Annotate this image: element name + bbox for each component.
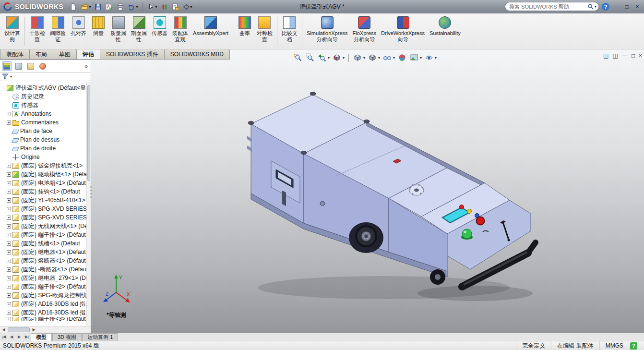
ribbon-button[interactable]: 装配体 直观 [170,15,191,48]
tree-item[interactable]: (固定) 线槽<1> (Défaut [0,239,86,248]
tree-item[interactable]: Origine [0,153,86,161]
tree-item[interactable]: (固定) SPG-欧姆龙控制线<1> [0,291,86,300]
help-button[interactable]: ? [602,3,609,11]
view-settings-button[interactable] [424,52,434,63]
expand-toggle-icon[interactable] [7,164,11,168]
scroll-right-arrow[interactable]: ▶ [30,327,37,332]
next-tab-button[interactable]: ▶ [15,333,23,341]
document-restore-button[interactable]: □ [632,52,635,60]
scrollbar-thumb[interactable] [8,327,30,332]
expand-toggle-icon[interactable] [7,207,11,211]
tree-item[interactable]: 潜伏牵引式AGV (Défaut<显示状态-1>) [0,84,86,92]
scrollbar-thumb[interactable] [87,85,90,181]
print-button[interactable] [115,1,125,12]
ribbon-button[interactable]: 剖面属 性 [129,15,149,48]
chevron-down-icon[interactable]: ▾ [10,74,12,79]
tree-item[interactable]: (固定) 挂钩<1> (Défaut [0,187,86,196]
chevron-down-icon[interactable]: ▾ [393,56,395,60]
expand-toggle-icon[interactable] [7,216,11,220]
tab-configurationmanager[interactable] [26,61,36,71]
pane-left-icon[interactable]: ◫ [603,52,608,60]
scroll-left-arrow[interactable]: ◀ [0,327,7,332]
ribbon-button[interactable]: 对称检 查 [254,15,275,48]
tree-item[interactable]: (固定) 端子排<1> (Défaut [0,230,86,239]
expand-toggle-icon[interactable] [7,293,11,298]
tree-item[interactable]: Plan de face [0,127,86,135]
panel-splitter-handle[interactable] [90,182,92,202]
document-tab[interactable]: 模型 [31,333,52,341]
tree-item[interactable]: (固定) 钣金焊接机壳<1> [0,161,86,170]
document-close-button[interactable]: × [639,52,642,60]
tab-displaymanager[interactable] [38,61,48,71]
chevron-down-icon[interactable]: ▾ [378,56,380,60]
tree-item[interactable]: Annotations [0,109,86,118]
ribbon-button[interactable]: FloXpress 分析向导 [350,15,379,48]
zoom-area-button[interactable] [305,52,315,63]
rebuild-button[interactable] [160,1,169,12]
tab-featuremanager[interactable] [2,61,12,71]
ribbon-button[interactable]: 传感器 [149,15,170,48]
ribbon-button[interactable]: Sustainability [427,15,463,48]
expand-toggle-icon[interactable] [7,311,11,315]
expand-toggle-icon[interactable] [7,285,11,289]
display-style-button[interactable] [367,52,378,63]
tree-item[interactable]: (固定) AD16-30DS led 指示灯<1> [0,300,86,308]
ribbon-button[interactable]: SimulationXpress 分析向导 [304,15,350,48]
ribbon-button[interactable]: 质量属 性 [108,15,129,48]
ribbon-button[interactable] [233,17,233,46]
chevron-down-icon[interactable]: ▾ [595,4,596,9]
status-help-icon[interactable]: ? [630,342,637,350]
expand-toggle-icon[interactable] [7,224,11,229]
help-search-box[interactable]: ▾ [505,2,599,11]
open-button[interactable]: ▾ [79,1,92,12]
ribbon-button[interactable]: DriveWorksXpress 向导 [379,15,427,48]
tree-item[interactable]: (固定) SPG-XVD SERIES [0,205,86,213]
ribbon-button[interactable]: 干涉检 查 [27,15,48,48]
file-properties-button[interactable] [170,1,180,12]
expand-toggle-icon[interactable] [7,276,11,280]
tree-filter-bar[interactable]: ▾ [0,72,91,81]
tree-item[interactable]: 历史记录 [0,92,86,101]
tree-item[interactable]: (固定) 继电器<1> (Défaut [0,248,86,256]
tree-item[interactable]: (固定) YL-4055B-410<1> [0,196,86,205]
tree-horizontal-scrollbar[interactable]: ◀ ▶ [0,326,91,333]
save-button[interactable] [93,1,103,12]
maximize-button[interactable]: □ [623,2,631,11]
expand-toggle-icon[interactable] [7,233,11,237]
zoom-fit-button[interactable] [293,52,303,63]
chevron-down-icon[interactable]: ▾ [328,56,330,60]
tree-item[interactable]: (固定) 端子排<3> (Défaut [0,317,86,321]
commandmanager-tab[interactable]: 装配体 [0,49,30,60]
undo-button[interactable]: ▾ [126,1,139,12]
prev-tab-button[interactable]: ◀ [8,333,15,341]
ribbon-button[interactable]: 设计算 例 [2,15,23,48]
expand-toggle-icon[interactable] [7,267,11,272]
ribbon-button[interactable] [277,17,277,46]
expand-toggle-icon[interactable] [7,259,11,263]
new-document-button[interactable] [68,1,78,12]
commandmanager-tab[interactable]: 草图 [53,49,77,60]
expand-toggle-icon[interactable] [7,302,11,306]
chevron-down-icon[interactable]: ▾ [420,56,422,60]
ribbon-button[interactable]: AssemblyXpert [191,15,231,48]
search-icon[interactable] [587,3,594,10]
document-tab[interactable]: 3D 视图 [52,333,82,341]
close-button[interactable]: × [633,2,641,11]
graphics-viewport[interactable]: ▾ ▾ ▾ ▾ ▾ ▾ ▾ ◫ ◫ — □ × [91,49,644,333]
pane-right-icon[interactable]: ◫ [612,52,618,60]
tree-item[interactable]: Plan de droite [0,144,86,153]
tree-item[interactable]: (固定) 熔断器<1> (Défaut [0,256,86,265]
commandmanager-tab[interactable]: SOLIDWORKS 插件 [100,49,165,60]
previous-view-button[interactable] [317,52,327,63]
tree-item[interactable]: Plan de dessus [0,135,86,144]
select-button[interactable]: ▾ [146,1,158,12]
chevron-down-icon[interactable]: ▾ [435,56,437,60]
commandmanager-tab[interactable]: 评估 [77,49,100,60]
tree-item[interactable]: (固定) -断路器<1> (Défaut [0,265,86,274]
ribbon-button[interactable] [302,17,302,46]
commandmanager-tab[interactable]: SOLIDWORKS MBD [165,49,230,60]
tree-item[interactable]: (固定) AD16-30DS led 指示灯<2> [0,308,86,317]
tree-item[interactable]: (固定) SPG-XVD SERIES [0,213,86,222]
expand-toggle-icon[interactable] [7,190,11,194]
ribbon-button[interactable]: 测量 [89,15,108,48]
